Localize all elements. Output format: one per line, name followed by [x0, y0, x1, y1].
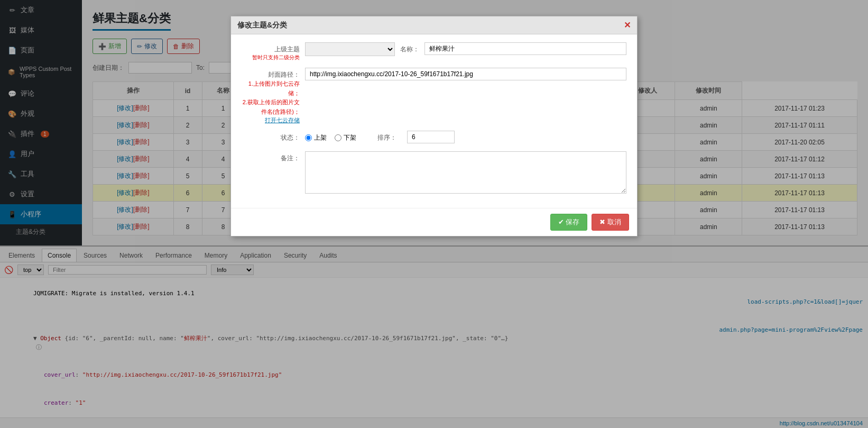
modal-dialog: 修改主题&分类 ✕ 上级主题 暂时只支持二级分类 名称： 封面路径：	[230, 16, 638, 236]
seq-input[interactable]	[407, 131, 455, 143]
status-online-label: 上架	[305, 133, 327, 142]
cover-label: 封面路径： 1.上传图片到七云存储； 2.获取上传后的图片文件名(含路径)； 打…	[242, 68, 305, 124]
name-input[interactable]	[424, 42, 626, 55]
modal-titlebar: 修改主题&分类 ✕	[231, 16, 637, 34]
parent-label: 上级主题 暂时只支持二级分类	[242, 42, 305, 61]
modal-title: 修改主题&分类	[237, 21, 287, 30]
status-radio-group: 上架 下架	[305, 131, 356, 142]
form-row-status-seq: 状态： 上架 下架 排序：	[242, 131, 626, 145]
status-online-radio[interactable]	[305, 134, 312, 141]
name-label: 名称：	[395, 42, 424, 57]
status-label: 状态：	[242, 131, 305, 142]
cover-hint2: 2.获取上传后的图片文件名(含路径)；	[242, 98, 300, 116]
modal-footer: ✔ 保存 ✖ 取消	[231, 208, 637, 236]
status-offline-label: 下架	[335, 133, 356, 142]
form-row-parent-name: 上级主题 暂时只支持二级分类 名称：	[242, 42, 626, 61]
remark-label: 备注：	[242, 151, 305, 163]
status-offline-radio[interactable]	[335, 134, 341, 141]
modal-close-button[interactable]: ✕	[624, 20, 631, 30]
form-row-cover: 封面路径： 1.上传图片到七云存储； 2.获取上传后的图片文件名(含路径)； 打…	[242, 68, 626, 124]
parent-select[interactable]	[305, 42, 395, 56]
cover-input[interactable]	[305, 68, 626, 80]
x-icon: ✖	[599, 218, 605, 226]
cover-link[interactable]: 打开七云存储	[242, 116, 300, 124]
modal-body: 上级主题 暂时只支持二级分类 名称： 封面路径： 1.上传图片到七云存储； 2.…	[231, 34, 637, 208]
check-icon: ✔	[558, 218, 564, 226]
form-row-remark: 备注：	[242, 151, 626, 194]
parent-hint: 暂时只支持二级分类	[242, 54, 300, 61]
seq-label: 排序：	[356, 131, 407, 145]
cancel-button[interactable]: ✖ 取消	[592, 214, 629, 231]
save-button[interactable]: ✔ 保存	[550, 214, 588, 231]
remark-textarea[interactable]	[305, 151, 626, 194]
modal-overlay: 修改主题&分类 ✕ 上级主题 暂时只支持二级分类 名称： 封面路径：	[0, 0, 868, 428]
cover-hint1: 1.上传图片到七云存储；	[242, 79, 300, 98]
